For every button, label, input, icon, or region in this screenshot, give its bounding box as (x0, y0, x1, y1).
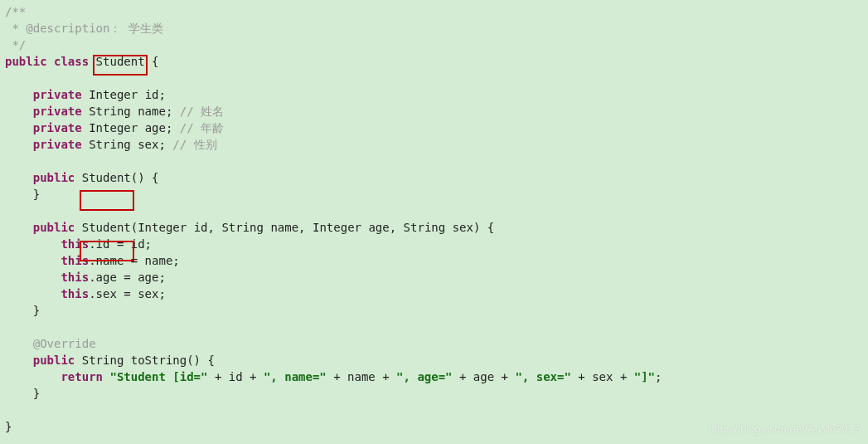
doc-line-1: /** (5, 5, 26, 18)
method-tostring: toString (131, 354, 187, 367)
field-name: name (138, 105, 166, 118)
code-block: /** * @description： 学生类 */ public class … (0, 0, 868, 438)
field-age: age (145, 121, 166, 134)
brace-close: } (5, 420, 12, 433)
kw-public: public (5, 55, 47, 68)
comment-age: // 年龄 (180, 121, 224, 134)
kw-private: private (33, 88, 82, 101)
field-id: id (145, 88, 159, 101)
doc-line-2: * @description： 学生类 (5, 22, 163, 35)
field-sex: sex (138, 138, 158, 151)
brace-open: { (152, 55, 158, 68)
kw-class: class (54, 55, 89, 68)
override-annotation: @Override (33, 337, 96, 350)
kw-this: this (61, 237, 89, 251)
ctor-empty: Student (82, 171, 131, 184)
comment-name: // 姓名 (180, 105, 224, 118)
ctor-full: Student (82, 221, 131, 234)
doc-line-3: */ (5, 38, 26, 51)
type-integer: Integer (89, 88, 138, 101)
comment-sex: // 性别 (172, 138, 216, 151)
string-literal: "Student [id=" (109, 370, 207, 383)
class-name: Student (96, 55, 145, 68)
kw-return: return (61, 370, 103, 383)
